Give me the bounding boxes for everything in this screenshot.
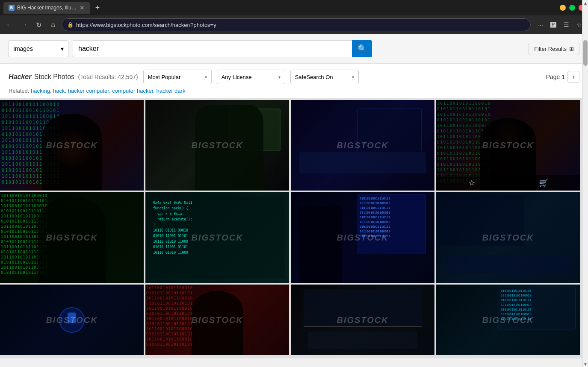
grid-item-2-2[interactable]: 0x4a 0x2f 0x9c 0x11 function hack() { va… — [145, 192, 289, 283]
search-header: Images ▾ 🔍 Filter Results ⊞ — [0, 34, 588, 64]
grid-item-1-1[interactable]: 1011001010110001001010110010110101101100… — [0, 100, 144, 191]
grid-overlay-1-4: ☆ 🛒 — [436, 175, 580, 191]
license-dropdown[interactable]: Any License ▾ — [217, 70, 285, 84]
sort-dropdown[interactable]: Most Popular ▾ — [143, 70, 212, 84]
related-link-hacker-dark[interactable]: hacker dark — [156, 88, 185, 94]
window-controls: − □ ✕ — [560, 5, 585, 11]
search-type-chevron: ▾ — [61, 45, 64, 52]
search-bar-wrap: 🔍 — [73, 40, 372, 57]
home-button[interactable]: ⌂ — [47, 19, 59, 31]
results-header: Hacker Stock Photos (Total Results: 42,5… — [0, 64, 588, 88]
safesearch-label: SafeSearch On — [295, 74, 333, 80]
address-bar[interactable]: 🔒 https://www.bigstockphoto.com/search/h… — [62, 18, 531, 31]
grid-item-1-4[interactable]: 1011001010110001001010110010110101101100… — [436, 100, 580, 191]
browser-navbar: ← → ↻ ⌂ 🔒 https://www.bigstockphoto.com/… — [0, 15, 588, 34]
scrollbar-thumb[interactable] — [583, 40, 588, 66]
grid-row-1: 1011001010110001001010110010110101101100… — [0, 100, 588, 191]
sort-chevron: ▾ — [205, 75, 207, 79]
grid-item-3-1[interactable]: BIGSTOCK — [0, 285, 144, 355]
image-grid: 1011001010110001001010110010110101101100… — [0, 98, 588, 358]
grid-item-3-3[interactable]: BIGSTOCK — [291, 285, 434, 355]
more-menu-button[interactable]: ··· — [535, 19, 546, 30]
forward-button[interactable]: → — [18, 19, 30, 31]
grid-row-2: 1011001010110001001010110010110101101100… — [0, 192, 588, 283]
browser-tab[interactable]: B BIG Hacker Images, Illustrations & ✕ — [3, 2, 90, 14]
refresh-button[interactable]: ↻ — [33, 19, 44, 31]
tab-title: BIG Hacker Images, Illustrations & — [17, 5, 77, 11]
grid-item-2-3[interactable]: 01010110010110101 10110010101100010 0101… — [291, 192, 434, 283]
page-label: Page 1 — [546, 73, 565, 80]
grid-item-3-2[interactable]: 10110010101100010 01010110010110101 1011… — [145, 285, 289, 355]
browser-titlebar: B BIG Hacker Images, Illustrations & ✕ +… — [0, 0, 588, 15]
related-link-hacking[interactable]: hacking — [31, 88, 50, 94]
tab-close-btn[interactable]: ✕ — [80, 4, 85, 11]
results-title: Hacker Stock Photos (Total Results: 42,5… — [9, 73, 138, 81]
related-link-hack[interactable]: hack — [53, 88, 65, 94]
search-button[interactable]: 🔍 — [352, 40, 372, 57]
page-content: Images ▾ 🔍 Filter Results ⊞ Hacker Stock… — [0, 34, 588, 358]
security-icon: 🔒 — [67, 22, 74, 28]
favorite-icon[interactable]: ☆ — [468, 178, 475, 188]
pocket-button[interactable]: 🅿 — [548, 19, 559, 30]
related-row: Related: hacking, hack, hacker computer,… — [0, 88, 588, 98]
search-icon: 🔍 — [358, 44, 367, 53]
nav-extras: ··· 🅿 ☰ ☆ — [535, 19, 585, 30]
grid-item-3-4[interactable]: 01010110010110101 10110010101100010 0101… — [436, 285, 580, 355]
maximize-button[interactable]: □ — [569, 5, 575, 11]
search-input[interactable] — [73, 40, 352, 57]
cart-icon[interactable]: 🛒 — [539, 178, 548, 188]
related-link-computer-hacker[interactable]: computer hacker — [112, 88, 153, 94]
filter-results-button[interactable]: Filter Results ⊞ — [529, 43, 579, 55]
next-page-button[interactable]: › — [567, 71, 579, 83]
search-type-select[interactable]: Images ▾ — [9, 40, 68, 57]
filter-results-label: Filter Results — [534, 46, 567, 52]
back-button[interactable]: ← — [3, 19, 15, 31]
grid-item-2-1[interactable]: 1011001010110001001010110010110101101100… — [0, 192, 144, 283]
pagination: Page 1 › — [546, 71, 579, 83]
grid-item-2-4[interactable]: BIGSTOCK — [436, 192, 580, 283]
related-label: Related: — [9, 88, 29, 94]
sort-label: Most Popular — [148, 74, 181, 80]
safesearch-chevron: ▾ — [352, 75, 354, 79]
filter-icon: ⊞ — [569, 46, 574, 52]
scrollbar[interactable]: ▲ ▼ — [582, 0, 588, 358]
minimize-button[interactable]: − — [560, 5, 566, 11]
grid-item-1-2[interactable]: BIGSTOCK — [145, 100, 289, 191]
new-tab-button[interactable]: + — [92, 2, 103, 14]
tab-favicon: B — [9, 5, 15, 11]
scroll-up-button[interactable]: ▲ — [582, 0, 588, 6]
grid-row-3: BIGSTOCK 10110010101100010 0101011001011… — [0, 285, 588, 355]
license-label: Any License — [222, 74, 252, 80]
reader-mode-button[interactable]: ☰ — [561, 19, 572, 30]
address-url: https://www.bigstockphoto.com/search/hac… — [76, 22, 216, 28]
search-type-label: Images — [13, 45, 33, 52]
related-link-hacker-computer[interactable]: hacker computer — [68, 88, 109, 94]
safesearch-dropdown[interactable]: SafeSearch On ▾ — [290, 70, 359, 84]
license-chevron: ▾ — [278, 75, 281, 79]
grid-item-1-3[interactable]: BIGSTOCK — [291, 100, 434, 191]
